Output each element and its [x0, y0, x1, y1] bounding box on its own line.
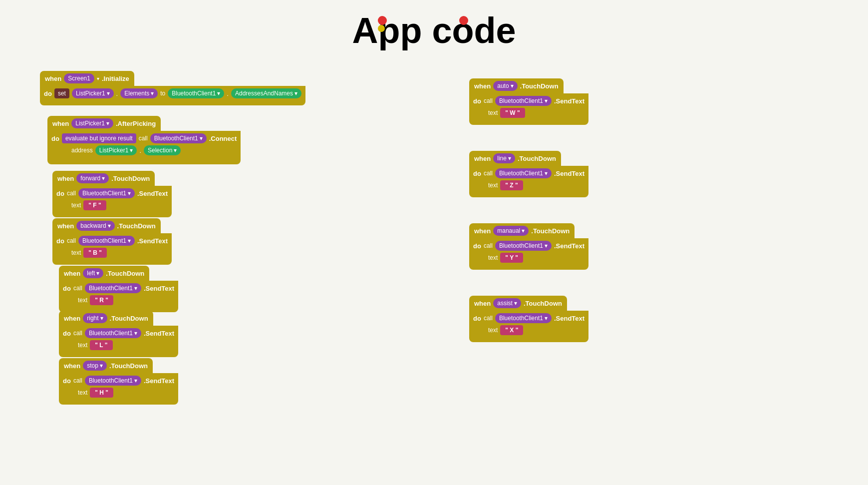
dot1: . [116, 90, 118, 97]
block-forward-touchdown: when forward▾ .TouchDown do call Bluetoo… [52, 171, 172, 217]
title-app-text: App [352, 10, 422, 50]
block-line-touchdown: when line▾ .TouchDown do call BluetoothC… [469, 151, 588, 197]
block-auto-touchdown: when auto▾ .TouchDown do call BluetoothC… [469, 78, 588, 125]
manaual-text-value: " Y " [500, 253, 523, 263]
screen1-arrow: ▾ [97, 76, 99, 81]
selection-tag: Selection▾ [144, 145, 181, 155]
block-manaual-touchdown: when manaual▾ .TouchDown do call Bluetoo… [469, 223, 588, 270]
to-label: to [160, 90, 165, 97]
assist-text-value: " X " [500, 325, 523, 335]
do-label-lp: do [51, 135, 59, 142]
listpicker1-addr-tag: ListPicker1▾ [95, 145, 137, 155]
right-text-value: " L " [90, 340, 112, 350]
connect-tag: .Connect [209, 135, 237, 142]
screen1-component: Screen1 [64, 73, 94, 83]
when-label-lp: when [52, 120, 69, 127]
listpicker1-when-tag: ListPicker1▾ [71, 118, 113, 128]
afterpicking-event: .AfterPicking [116, 120, 156, 127]
address-label: address [71, 147, 93, 154]
stop-text-value: " H " [90, 388, 113, 398]
title-word-app: App [352, 10, 422, 51]
dot2: . [227, 90, 229, 97]
block-assist-touchdown: when assist▾ .TouchDown do call Bluetoot… [469, 296, 588, 342]
forward-text-value: " F " [83, 200, 106, 210]
btclient1-lp-tag: BluetoothClient1▾ [150, 133, 207, 143]
call-label-lp: call [139, 135, 148, 142]
backward-text-value: " B " [83, 248, 107, 258]
block-listpicker-afterpicking: when ListPicker1▾ .AfterPicking do evalu… [47, 116, 241, 164]
listpicker1-tag: ListPicker1▾ [72, 88, 114, 98]
title-code-text: code [432, 10, 516, 50]
screen1-event: .Initialize [102, 75, 129, 82]
btclient1-tag-s1: BluetoothClient1▾ [168, 88, 224, 98]
do-label-s1: do [44, 90, 52, 97]
blocks-container: when Screen1 ▾ .Initialize do set ListPi… [0, 71, 868, 485]
left-text-value: " R " [90, 295, 113, 305]
evaluate-tag: evaluate but ignore result [62, 133, 136, 143]
page-title: App code [0, 0, 868, 66]
addresses-tag: AddressesAndNames▾ [231, 88, 301, 98]
forward-tag: forward▾ [76, 173, 109, 183]
block-stop-touchdown: when stop▾ .TouchDown do call BluetoothC… [59, 358, 178, 405]
block-left-touchdown: when left▾ .TouchDown do call BluetoothC… [59, 266, 178, 312]
title-word-code: code [432, 10, 516, 51]
set-tag: set [54, 88, 69, 98]
dot-addr: . [139, 147, 141, 154]
block-right-touchdown: when right▾ .TouchDown do call Bluetooth… [59, 311, 178, 357]
block-backward-touchdown: when backward▾ .TouchDown do call Blueto… [52, 218, 172, 265]
line-text-value: " Z " [500, 180, 523, 190]
elements-tag: Elements▾ [120, 88, 158, 98]
when-label: when [45, 75, 61, 82]
auto-text-value: " W " [500, 108, 525, 118]
block-screen1-init: when Screen1 ▾ .Initialize do set ListPi… [40, 71, 305, 105]
